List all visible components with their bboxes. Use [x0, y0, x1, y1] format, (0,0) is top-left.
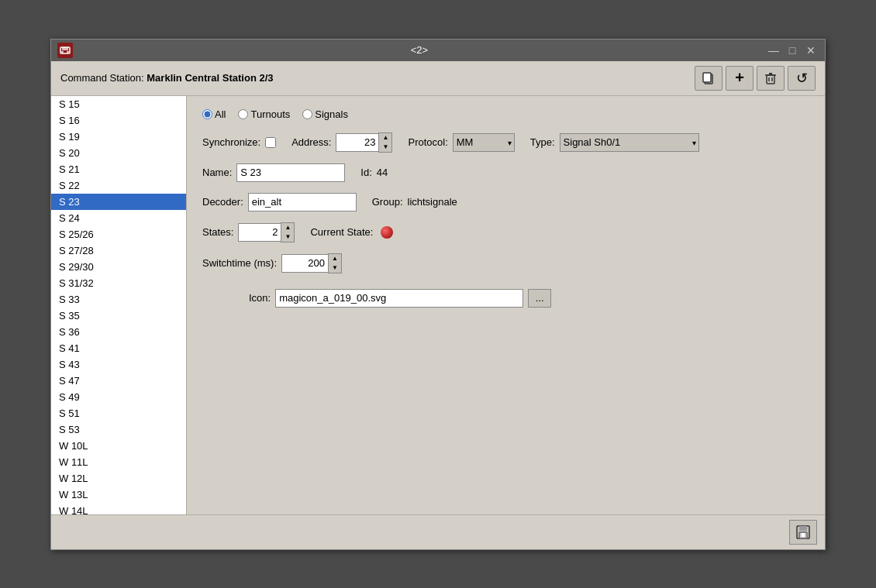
sidebar-item-s53[interactable]: S 53 — [51, 421, 186, 438]
states-spinner-btns: ▲ ▼ — [281, 222, 295, 242]
address-input[interactable] — [336, 133, 378, 152]
minimize-button[interactable]: — — [766, 44, 781, 57]
sidebar-item-s35[interactable]: S 35 — [51, 308, 186, 324]
address-up-button[interactable]: ▲ — [379, 133, 391, 143]
form-row-5: Switchtime (ms): ▲ ▼ — [202, 253, 809, 273]
form-area: All Turnouts Signals Synchronize: — [187, 96, 825, 514]
decoder-label: Decoder: — [202, 196, 243, 208]
name-field: Name: — [202, 163, 345, 182]
switchtime-spinner-btns: ▲ ▼ — [328, 253, 342, 273]
group-value: lichtsignale — [408, 196, 457, 208]
sidebar-item-w10l[interactable]: W 10L — [51, 438, 186, 454]
states-up-button[interactable]: ▲ — [281, 223, 294, 232]
sidebar-item-w13l[interactable]: W 13L — [51, 487, 186, 503]
titlebar: <2> — □ ✕ — [51, 40, 825, 61]
switchtime-up-button[interactable]: ▲ — [329, 254, 341, 263]
sidebar-item-s23[interactable]: S 23 — [51, 194, 186, 210]
group-field: Group: lichtsignale — [372, 196, 457, 208]
sidebar-item-s33[interactable]: S 33 — [51, 291, 186, 308]
protocol-select[interactable]: MM DCC MFX — [453, 133, 515, 152]
states-spinner: ▲ ▼ — [238, 222, 295, 242]
footer — [51, 514, 825, 549]
sidebar-item-s20[interactable]: S 20 — [51, 145, 186, 161]
filter-all-radio[interactable] — [202, 109, 212, 119]
sidebar-item-s2728[interactable]: S 27/28 — [51, 242, 186, 259]
sidebar-item-w11l[interactable]: W 11L — [51, 454, 186, 470]
command-station-name: Marklin Central Station 2/3 — [147, 72, 273, 84]
copy-button[interactable] — [695, 66, 723, 91]
states-label: States: — [202, 226, 233, 238]
icon-label: Icon: — [249, 292, 271, 304]
toolbar: + ↺ — [695, 66, 816, 91]
add-button[interactable]: + — [726, 66, 754, 91]
synchronize-label: Synchronize: — [202, 136, 260, 148]
sidebar-item-s47[interactable]: S 47 — [51, 373, 186, 389]
save-button[interactable] — [789, 520, 817, 545]
sidebar-item-s2930[interactable]: S 29/30 — [51, 259, 186, 275]
main-content: S 15S 16S 19S 20S 21S 22S 23S 24S 25/26S… — [51, 96, 825, 514]
form-row-1: Synchronize: Address: ▲ ▼ Protocol: — [202, 132, 809, 153]
browse-button[interactable]: ... — [528, 289, 551, 308]
close-button[interactable]: ✕ — [803, 44, 819, 57]
sidebar-item-w14l[interactable]: W 14L — [51, 503, 186, 514]
current-state-label: Current State: — [310, 226, 373, 238]
switchtime-input[interactable] — [281, 254, 328, 273]
sidebar-item-s49[interactable]: S 49 — [51, 389, 186, 405]
filter-all[interactable]: All — [202, 108, 226, 120]
type-label: Type: — [530, 136, 555, 148]
address-field: Address: ▲ ▼ — [291, 132, 392, 153]
name-input[interactable] — [236, 163, 345, 182]
address-spinner: ▲ ▼ — [336, 132, 392, 153]
sidebar-item-s19[interactable]: S 19 — [51, 129, 186, 145]
sidebar-item-w12l[interactable]: W 12L — [51, 470, 186, 487]
icon-input[interactable] — [275, 289, 523, 308]
decoder-input[interactable] — [248, 193, 357, 211]
synchronize-field: Synchronize: — [202, 136, 276, 148]
sidebar-item-s22[interactable]: S 22 — [51, 177, 186, 194]
states-down-button[interactable]: ▼ — [281, 232, 294, 242]
switchtime-label: Switchtime (ms): — [202, 257, 277, 269]
current-state-field: Current State: — [310, 226, 393, 239]
protocol-label: Protocol: — [408, 136, 447, 148]
states-input[interactable] — [238, 223, 281, 242]
header-bar: Command Station: Marklin Central Station… — [51, 61, 825, 96]
filter-signals-radio[interactable] — [302, 109, 312, 119]
states-field: States: ▲ ▼ — [202, 222, 295, 242]
command-station-prefix: Command Station: — [60, 72, 147, 84]
address-spinner-btns: ▲ ▼ — [378, 132, 392, 153]
sidebar-item-s3132[interactable]: S 31/32 — [51, 275, 186, 291]
sidebar-item-s2526[interactable]: S 25/26 — [51, 226, 186, 242]
sidebar-item-s43[interactable]: S 43 — [51, 356, 186, 373]
sidebar-item-s36[interactable]: S 36 — [51, 324, 186, 340]
sidebar-item-s51[interactable]: S 51 — [51, 405, 186, 421]
address-down-button[interactable]: ▼ — [379, 143, 391, 152]
sidebar-item-s15[interactable]: S 15 — [51, 96, 186, 112]
svg-rect-5 — [703, 73, 711, 82]
refresh-button[interactable]: ↺ — [788, 66, 816, 91]
id-label: Id: — [360, 167, 371, 178]
filter-all-label: All — [215, 108, 226, 120]
window-controls: — □ ✕ — [766, 44, 819, 57]
sidebar-item-s21[interactable]: S 21 — [51, 161, 186, 177]
synchronize-checkbox[interactable] — [265, 137, 276, 148]
delete-button[interactable] — [757, 66, 785, 91]
svg-rect-6 — [767, 75, 774, 84]
app-icon — [57, 43, 73, 58]
switchtime-spinner: ▲ ▼ — [281, 253, 342, 273]
sidebar-item-s16[interactable]: S 16 — [51, 112, 186, 129]
maximize-button[interactable]: □ — [785, 44, 800, 57]
command-station-info: Command Station: Marklin Central Station… — [60, 72, 274, 84]
filter-signals[interactable]: Signals — [302, 108, 348, 120]
form-row-4: States: ▲ ▼ Current State: — [202, 222, 809, 242]
filter-row: All Turnouts Signals — [202, 108, 809, 120]
filter-turnouts[interactable]: Turnouts — [238, 108, 290, 120]
sidebar-item-s41[interactable]: S 41 — [51, 340, 186, 356]
filter-turnouts-radio[interactable] — [238, 109, 248, 119]
filter-signals-label: Signals — [315, 108, 348, 120]
type-select[interactable]: Signal Sh0/1 Signal 2-aspect Signal 3-as… — [560, 133, 699, 152]
protocol-field: Protocol: MM DCC MFX ▾ — [408, 133, 514, 152]
switchtime-down-button[interactable]: ▼ — [329, 263, 341, 273]
sidebar-item-s24[interactable]: S 24 — [51, 210, 186, 226]
svg-point-1 — [61, 50, 63, 52]
svg-point-2 — [67, 50, 68, 52]
